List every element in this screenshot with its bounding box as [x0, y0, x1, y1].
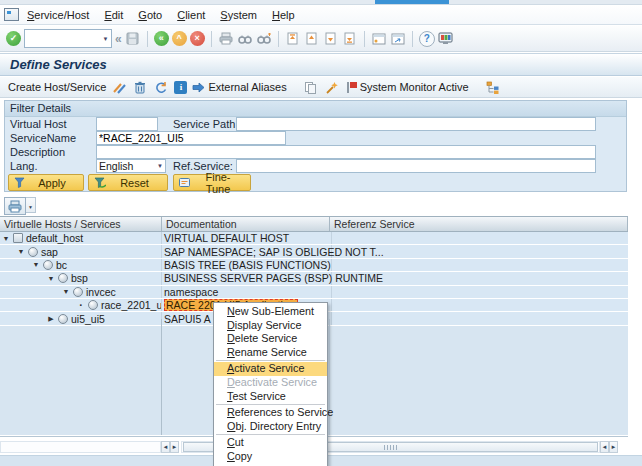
service-name[interactable]: default_host [26, 232, 83, 244]
create-host-service-button[interactable]: Create Host/Service [8, 81, 106, 93]
menubar-item-goto[interactable]: Goto [138, 9, 162, 21]
shortcut-icon[interactable] [390, 31, 406, 47]
new-session-icon[interactable] [371, 31, 387, 47]
ref-service-input[interactable] [236, 159, 596, 173]
command-input[interactable] [25, 32, 100, 45]
delete-service-icon[interactable] [132, 79, 148, 95]
info-icon[interactable]: i [174, 81, 187, 94]
documentation-text[interactable]: SAP NAMESPACE; SAP IS OBLIGED NOT T... [164, 246, 384, 258]
find-icon[interactable] [237, 31, 253, 47]
refresh-icon[interactable] [153, 79, 169, 95]
scroll-left-icon[interactable]: ◄ [600, 441, 609, 453]
first-page-icon[interactable] [285, 31, 301, 47]
tree-expander-icon[interactable]: ▼ [2, 235, 10, 242]
service-name[interactable]: bc [56, 259, 67, 271]
print-list-button[interactable] [4, 197, 26, 215]
table-row-sap[interactable]: ▼ sap SAP NAMESPACE; SAP IS OBLIGED NOT … [0, 245, 628, 258]
documentation-text[interactable]: namespace [164, 286, 218, 298]
system-monitor-flag-icon[interactable] [345, 81, 357, 94]
apply-button[interactable]: Apply [8, 174, 84, 191]
service-path-input[interactable] [236, 117, 596, 131]
context-menu-item-new-sub-element[interactable]: New Sub-Element [214, 305, 327, 319]
description-input[interactable] [96, 145, 596, 159]
table-row-invcec[interactable]: ▼ invcec namespace [0, 286, 628, 299]
wizard-wand-icon[interactable] [324, 79, 340, 95]
system-menu-icon[interactable] [4, 8, 19, 21]
documentation-cell[interactable]: SAP NAMESPACE; SAP IS OBLIGED NOT T... [162, 245, 332, 257]
service-name[interactable]: invcec [86, 286, 116, 298]
context-menu-item-display-service[interactable]: Display Service [214, 319, 327, 333]
tree-cell[interactable]: ▼ default_host [0, 232, 162, 244]
exit-icon[interactable]: ^ [172, 31, 187, 46]
documentation-cell[interactable]: VIRTUAL DEFAULT HOST [162, 232, 332, 244]
documentation-cell[interactable]: BUSINESS SERVER PAGES (BSP) RUNTIME [162, 272, 332, 284]
documentation-text[interactable]: BUSINESS SERVER PAGES (BSP) RUNTIME [164, 272, 383, 284]
collapse-toolbar-icon[interactable]: « [115, 32, 122, 46]
tree-cell[interactable]: · race_2201_ui5 [0, 299, 162, 311]
tree-expander-icon[interactable]: ▼ [32, 261, 40, 268]
menubar-item-help[interactable]: Help [272, 9, 295, 21]
context-menu-item-rename-service[interactable]: Rename Service [214, 346, 327, 360]
edit-service-icon[interactable] [111, 79, 127, 95]
context-menu-item-activate-service[interactable]: Activate Service [214, 362, 327, 376]
column-header-referenz-service[interactable]: Referenz Service [330, 217, 628, 231]
context-menu-item-references-to-service[interactable]: References to Service [214, 406, 327, 420]
external-aliases-button[interactable]: External Aliases [208, 81, 286, 93]
next-page-icon[interactable] [323, 31, 339, 47]
tree-expander-icon[interactable]: ▼ [47, 275, 55, 282]
help-icon[interactable]: ? [419, 31, 435, 47]
command-dropdown-icon[interactable]: ▼ [100, 30, 111, 47]
tree-expander-icon[interactable]: · [77, 302, 85, 308]
back-icon[interactable]: « [154, 31, 169, 46]
command-field[interactable]: ▼ [24, 29, 112, 48]
table-row-bsp[interactable]: ▼ bsp BUSINESS SERVER PAGES (BSP) RUNTIM… [0, 272, 628, 285]
save-icon[interactable] [125, 31, 141, 47]
language-select[interactable]: English ▼ [96, 159, 166, 173]
context-menu-item-obj-directory-entry[interactable]: Obj. Directory Entry [214, 420, 327, 434]
last-page-icon[interactable] [342, 31, 358, 47]
tree-expander-icon[interactable]: ▼ [62, 288, 70, 295]
tree-cell[interactable]: ▼ bsp [0, 272, 162, 284]
context-menu-item-cut[interactable]: Cut [214, 436, 327, 450]
table-row-default-host[interactable]: ▼ default_host VIRTUAL DEFAULT HOST [0, 232, 628, 245]
system-monitor-active-button[interactable]: System Monitor Active [360, 81, 469, 93]
previous-page-icon[interactable] [304, 31, 320, 47]
fine-tune-button[interactable]: Fine-Tune [173, 174, 251, 191]
tree-column-hscrollbar[interactable]: ◄ ► [0, 441, 179, 453]
enter-icon[interactable]: ✓ [6, 31, 21, 46]
column-header-hosts-services[interactable]: Virtuelle Hosts / Services [0, 217, 162, 231]
cancel-icon[interactable]: × [190, 31, 205, 46]
find-next-icon[interactable] [256, 31, 272, 47]
documentation-cell[interactable]: namespace [162, 286, 332, 298]
copy-icon[interactable] [303, 79, 319, 95]
menubar-item-client[interactable]: Client [177, 9, 205, 21]
scrollbar-track[interactable] [0, 441, 161, 453]
reset-button[interactable]: Reset [88, 174, 168, 191]
tree-cell[interactable]: ▼ invcec [0, 286, 162, 298]
documentation-text[interactable]: VIRTUAL DEFAULT HOST [164, 232, 289, 244]
column-header-documentation[interactable]: Documentation [162, 217, 330, 231]
scroll-left-icon[interactable]: ◄ [161, 441, 170, 453]
service-name-input[interactable] [96, 131, 286, 145]
menubar-item-system[interactable]: System [220, 9, 257, 21]
menubar-item-edit[interactable]: Edit [104, 9, 123, 21]
customize-layout-icon[interactable] [438, 31, 454, 47]
virtual-host-input[interactable] [96, 117, 158, 131]
tree-cell[interactable]: ▼ bc [0, 259, 162, 271]
external-aliases-arrow-icon[interactable] [192, 79, 205, 95]
print-icon[interactable] [218, 31, 234, 47]
service-name[interactable]: bsp [71, 272, 88, 284]
sort-hierarchy-icon[interactable] [485, 79, 501, 95]
service-name[interactable]: sap [41, 246, 58, 258]
scroll-right-icon[interactable]: ► [170, 441, 179, 453]
scroll-right-icon[interactable]: ► [609, 441, 618, 453]
print-options-dropdown[interactable]: ▼ [26, 197, 36, 213]
context-menu-item-test-service[interactable]: Test Service [214, 390, 327, 404]
documentation-cell[interactable]: BASIS TREE (BASIS FUNCTIONS) [162, 259, 332, 271]
context-menu-item-delete-service[interactable]: Delete Service [214, 332, 327, 346]
service-name[interactable]: race_2201_ui5 [101, 299, 162, 311]
context-menu-item-copy[interactable]: Copy [214, 450, 327, 464]
menubar-item-service-host[interactable]: Service/Host [27, 9, 89, 21]
context-menu-item-deactivate-service[interactable]: Deactivate Service [214, 376, 327, 390]
documentation-text[interactable]: BASIS TREE (BASIS FUNCTIONS) [164, 259, 331, 271]
